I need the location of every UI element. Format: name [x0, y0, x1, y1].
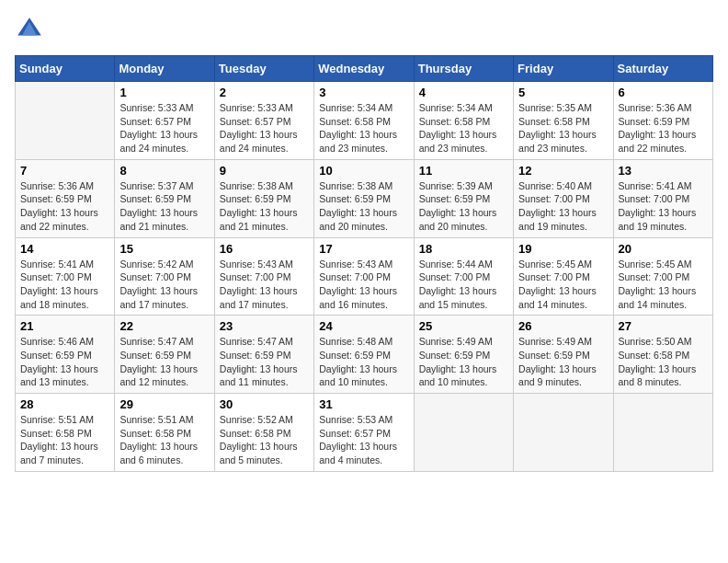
day-info: Sunrise: 5:45 AMSunset: 7:00 PMDaylight:… [619, 258, 708, 312]
day-info: Sunrise: 5:43 AMSunset: 7:00 PMDaylight:… [220, 258, 309, 312]
page-header [15, 15, 713, 44]
calendar-cell: 10Sunrise: 5:38 AMSunset: 6:59 PMDayligh… [314, 159, 414, 237]
day-number: 14 [20, 242, 109, 256]
calendar-cell: 26Sunrise: 5:49 AMSunset: 6:59 PMDayligh… [514, 316, 613, 394]
calendar-cell: 3Sunrise: 5:34 AMSunset: 6:58 PMDaylight… [314, 82, 414, 160]
day-info: Sunrise: 5:49 AMSunset: 6:59 PMDaylight:… [518, 335, 608, 389]
calendar-week-row: 21Sunrise: 5:46 AMSunset: 6:59 PMDayligh… [16, 316, 713, 394]
calendar-week-row: 1Sunrise: 5:33 AMSunset: 6:57 PMDaylight… [16, 82, 713, 160]
day-number: 3 [319, 86, 408, 99]
day-header-tuesday: Tuesday [214, 56, 313, 82]
day-info: Sunrise: 5:41 AMSunset: 7:00 PMDaylight:… [20, 258, 109, 312]
day-number: 31 [319, 397, 408, 411]
calendar-cell: 6Sunrise: 5:36 AMSunset: 6:59 PMDaylight… [613, 82, 712, 160]
day-info: Sunrise: 5:40 AMSunset: 7:00 PMDaylight:… [518, 179, 608, 234]
day-header-sunday: Sunday [16, 56, 115, 82]
calendar-cell: 14Sunrise: 5:41 AMSunset: 7:00 PMDayligh… [16, 237, 115, 316]
calendar-table: SundayMondayTuesdayWednesdayThursdayFrid… [15, 55, 713, 472]
calendar-cell: 20Sunrise: 5:45 AMSunset: 7:00 PMDayligh… [613, 237, 712, 316]
day-info: Sunrise: 5:38 AMSunset: 6:59 PMDaylight:… [220, 179, 309, 234]
calendar-cell: 4Sunrise: 5:34 AMSunset: 6:58 PMDaylight… [414, 82, 513, 160]
day-number: 12 [518, 164, 608, 178]
day-info: Sunrise: 5:47 AMSunset: 6:59 PMDaylight:… [220, 335, 309, 389]
calendar-cell: 27Sunrise: 5:50 AMSunset: 6:58 PMDayligh… [613, 316, 712, 394]
day-number: 26 [518, 319, 608, 333]
logo [15, 15, 48, 44]
calendar-cell: 8Sunrise: 5:37 AMSunset: 6:59 PMDaylight… [115, 159, 214, 237]
day-info: Sunrise: 5:36 AMSunset: 6:59 PMDaylight:… [20, 179, 109, 234]
day-info: Sunrise: 5:42 AMSunset: 7:00 PMDaylight:… [119, 258, 209, 312]
calendar-cell: 22Sunrise: 5:47 AMSunset: 6:59 PMDayligh… [115, 316, 214, 394]
day-info: Sunrise: 5:47 AMSunset: 6:59 PMDaylight:… [119, 335, 209, 389]
calendar-cell [414, 394, 513, 472]
day-info: Sunrise: 5:49 AMSunset: 6:59 PMDaylight:… [419, 335, 508, 389]
day-info: Sunrise: 5:34 AMSunset: 6:58 PMDaylight:… [319, 101, 408, 155]
day-number: 11 [419, 164, 508, 178]
calendar-cell: 9Sunrise: 5:38 AMSunset: 6:59 PMDaylight… [214, 159, 313, 237]
day-number: 13 [619, 164, 708, 178]
day-number: 17 [319, 242, 408, 256]
day-number: 6 [619, 86, 708, 99]
day-number: 24 [319, 319, 408, 333]
day-number: 5 [518, 86, 608, 99]
day-number: 28 [20, 397, 109, 411]
calendar-cell: 16Sunrise: 5:43 AMSunset: 7:00 PMDayligh… [214, 237, 313, 316]
day-info: Sunrise: 5:43 AMSunset: 7:00 PMDaylight:… [319, 258, 408, 312]
calendar-cell [514, 394, 613, 472]
day-number: 22 [119, 319, 209, 333]
calendar-cell: 5Sunrise: 5:35 AMSunset: 6:58 PMDaylight… [514, 82, 613, 160]
day-header-thursday: Thursday [414, 56, 513, 82]
day-number: 27 [619, 319, 708, 333]
day-number: 20 [619, 242, 708, 256]
day-info: Sunrise: 5:46 AMSunset: 6:59 PMDaylight:… [20, 335, 109, 389]
calendar-week-row: 28Sunrise: 5:51 AMSunset: 6:58 PMDayligh… [16, 394, 713, 472]
day-number: 10 [319, 164, 408, 178]
day-header-monday: Monday [115, 56, 214, 82]
day-info: Sunrise: 5:36 AMSunset: 6:59 PMDaylight:… [619, 101, 708, 155]
day-number: 25 [419, 319, 508, 333]
day-info: Sunrise: 5:53 AMSunset: 6:57 PMDaylight:… [319, 413, 408, 467]
day-number: 2 [220, 86, 309, 99]
day-info: Sunrise: 5:33 AMSunset: 6:57 PMDaylight:… [119, 101, 209, 155]
day-number: 19 [518, 242, 608, 256]
day-info: Sunrise: 5:52 AMSunset: 6:58 PMDaylight:… [220, 413, 309, 467]
day-info: Sunrise: 5:41 AMSunset: 7:00 PMDaylight:… [619, 179, 708, 234]
calendar-cell: 25Sunrise: 5:49 AMSunset: 6:59 PMDayligh… [414, 316, 513, 394]
day-info: Sunrise: 5:35 AMSunset: 6:58 PMDaylight:… [518, 101, 608, 155]
day-number: 1 [119, 86, 209, 99]
calendar-cell [613, 394, 712, 472]
day-number: 23 [220, 319, 309, 333]
day-number: 4 [419, 86, 508, 99]
calendar-cell: 7Sunrise: 5:36 AMSunset: 6:59 PMDaylight… [16, 159, 115, 237]
day-number: 21 [20, 319, 109, 333]
day-info: Sunrise: 5:51 AMSunset: 6:58 PMDaylight:… [119, 413, 209, 467]
day-number: 30 [220, 397, 309, 411]
calendar-week-row: 14Sunrise: 5:41 AMSunset: 7:00 PMDayligh… [16, 237, 713, 316]
day-info: Sunrise: 5:38 AMSunset: 6:59 PMDaylight:… [319, 179, 408, 234]
calendar-cell: 13Sunrise: 5:41 AMSunset: 7:00 PMDayligh… [613, 159, 712, 237]
logo-icon [15, 15, 44, 44]
calendar-cell: 11Sunrise: 5:39 AMSunset: 6:59 PMDayligh… [414, 159, 513, 237]
calendar-cell: 15Sunrise: 5:42 AMSunset: 7:00 PMDayligh… [115, 237, 214, 316]
day-number: 29 [119, 397, 209, 411]
calendar-cell: 31Sunrise: 5:53 AMSunset: 6:57 PMDayligh… [314, 394, 414, 472]
calendar-cell: 1Sunrise: 5:33 AMSunset: 6:57 PMDaylight… [115, 82, 214, 160]
calendar-cell: 30Sunrise: 5:52 AMSunset: 6:58 PMDayligh… [214, 394, 313, 472]
day-info: Sunrise: 5:34 AMSunset: 6:58 PMDaylight:… [419, 101, 508, 155]
day-header-saturday: Saturday [613, 56, 712, 82]
day-info: Sunrise: 5:44 AMSunset: 7:00 PMDaylight:… [419, 258, 508, 312]
calendar-cell [16, 82, 115, 160]
day-header-wednesday: Wednesday [314, 56, 414, 82]
day-info: Sunrise: 5:33 AMSunset: 6:57 PMDaylight:… [220, 101, 309, 155]
calendar-week-row: 7Sunrise: 5:36 AMSunset: 6:59 PMDaylight… [16, 159, 713, 237]
day-header-friday: Friday [514, 56, 613, 82]
calendar-cell: 23Sunrise: 5:47 AMSunset: 6:59 PMDayligh… [214, 316, 313, 394]
calendar-cell: 24Sunrise: 5:48 AMSunset: 6:59 PMDayligh… [314, 316, 414, 394]
day-info: Sunrise: 5:50 AMSunset: 6:58 PMDaylight:… [619, 335, 708, 389]
day-number: 16 [220, 242, 309, 256]
calendar-cell: 21Sunrise: 5:46 AMSunset: 6:59 PMDayligh… [16, 316, 115, 394]
day-number: 9 [220, 164, 309, 178]
calendar-cell: 12Sunrise: 5:40 AMSunset: 7:00 PMDayligh… [514, 159, 613, 237]
calendar-cell: 17Sunrise: 5:43 AMSunset: 7:00 PMDayligh… [314, 237, 414, 316]
calendar-cell: 2Sunrise: 5:33 AMSunset: 6:57 PMDaylight… [214, 82, 313, 160]
